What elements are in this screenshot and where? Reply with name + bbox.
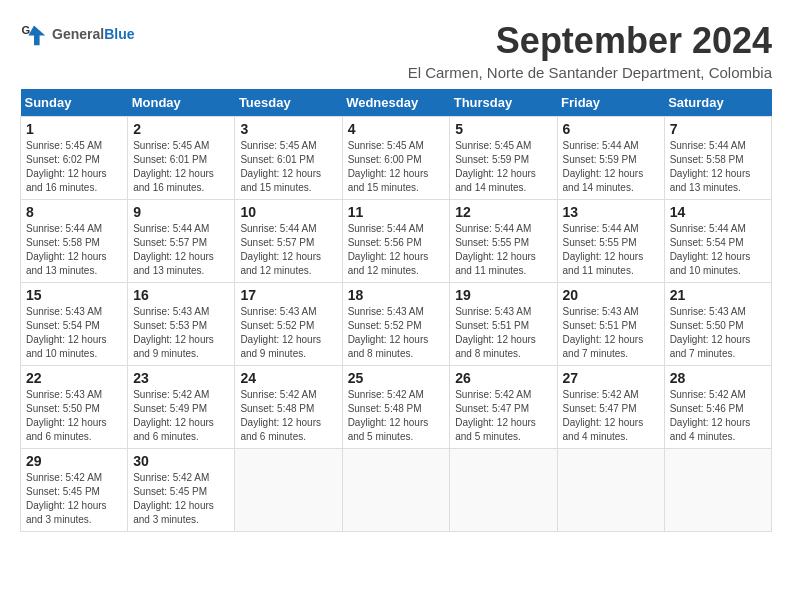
day-info: Sunrise: 5:42 AM Sunset: 5:45 PM Dayligh… [26, 471, 122, 527]
day-number: 18 [348, 287, 445, 303]
day-info: Sunrise: 5:44 AM Sunset: 5:57 PM Dayligh… [133, 222, 229, 278]
day-info: Sunrise: 5:43 AM Sunset: 5:54 PM Dayligh… [26, 305, 122, 361]
calendar-day-cell: 18 Sunrise: 5:43 AM Sunset: 5:52 PM Dayl… [342, 283, 450, 366]
day-info: Sunrise: 5:44 AM Sunset: 5:55 PM Dayligh… [455, 222, 551, 278]
day-info: Sunrise: 5:42 AM Sunset: 5:48 PM Dayligh… [240, 388, 336, 444]
weekday-header-row: Sunday Monday Tuesday Wednesday Thursday… [21, 89, 772, 117]
calendar-day-cell: 16 Sunrise: 5:43 AM Sunset: 5:53 PM Dayl… [128, 283, 235, 366]
day-info: Sunrise: 5:42 AM Sunset: 5:47 PM Dayligh… [455, 388, 551, 444]
day-info: Sunrise: 5:44 AM Sunset: 5:56 PM Dayligh… [348, 222, 445, 278]
calendar-day-cell: 23 Sunrise: 5:42 AM Sunset: 5:49 PM Dayl… [128, 366, 235, 449]
calendar-day-cell: 15 Sunrise: 5:43 AM Sunset: 5:54 PM Dayl… [21, 283, 128, 366]
calendar-week-row: 15 Sunrise: 5:43 AM Sunset: 5:54 PM Dayl… [21, 283, 772, 366]
calendar-week-row: 8 Sunrise: 5:44 AM Sunset: 5:58 PM Dayli… [21, 200, 772, 283]
day-number: 9 [133, 204, 229, 220]
calendar-day-cell: 29 Sunrise: 5:42 AM Sunset: 5:45 PM Dayl… [21, 449, 128, 532]
calendar-day-cell: 25 Sunrise: 5:42 AM Sunset: 5:48 PM Dayl… [342, 366, 450, 449]
day-number: 3 [240, 121, 336, 137]
day-number: 24 [240, 370, 336, 386]
day-number: 17 [240, 287, 336, 303]
calendar-day-cell: 19 Sunrise: 5:43 AM Sunset: 5:51 PM Dayl… [450, 283, 557, 366]
calendar-day-cell: 14 Sunrise: 5:44 AM Sunset: 5:54 PM Dayl… [664, 200, 771, 283]
month-year-title: September 2024 [134, 20, 772, 62]
day-number: 5 [455, 121, 551, 137]
calendar-day-cell [557, 449, 664, 532]
day-info: Sunrise: 5:43 AM Sunset: 5:50 PM Dayligh… [26, 388, 122, 444]
day-number: 10 [240, 204, 336, 220]
day-number: 15 [26, 287, 122, 303]
header-tuesday: Tuesday [235, 89, 342, 117]
logo: G GeneralBlue [20, 20, 134, 48]
calendar-day-cell: 1 Sunrise: 5:45 AM Sunset: 6:02 PM Dayli… [21, 117, 128, 200]
day-info: Sunrise: 5:42 AM Sunset: 5:47 PM Dayligh… [563, 388, 659, 444]
header-saturday: Saturday [664, 89, 771, 117]
day-number: 1 [26, 121, 122, 137]
title-block: September 2024 El Carmen, Norte de Santa… [134, 20, 772, 81]
calendar-day-cell: 4 Sunrise: 5:45 AM Sunset: 6:00 PM Dayli… [342, 117, 450, 200]
day-number: 21 [670, 287, 766, 303]
calendar-day-cell [664, 449, 771, 532]
calendar-day-cell: 9 Sunrise: 5:44 AM Sunset: 5:57 PM Dayli… [128, 200, 235, 283]
day-info: Sunrise: 5:44 AM Sunset: 5:55 PM Dayligh… [563, 222, 659, 278]
day-info: Sunrise: 5:42 AM Sunset: 5:49 PM Dayligh… [133, 388, 229, 444]
day-info: Sunrise: 5:44 AM Sunset: 5:58 PM Dayligh… [670, 139, 766, 195]
day-info: Sunrise: 5:45 AM Sunset: 5:59 PM Dayligh… [455, 139, 551, 195]
header-sunday: Sunday [21, 89, 128, 117]
day-info: Sunrise: 5:42 AM Sunset: 5:45 PM Dayligh… [133, 471, 229, 527]
calendar-day-cell: 27 Sunrise: 5:42 AM Sunset: 5:47 PM Dayl… [557, 366, 664, 449]
header-wednesday: Wednesday [342, 89, 450, 117]
calendar-week-row: 1 Sunrise: 5:45 AM Sunset: 6:02 PM Dayli… [21, 117, 772, 200]
calendar-day-cell: 12 Sunrise: 5:44 AM Sunset: 5:55 PM Dayl… [450, 200, 557, 283]
calendar-table: Sunday Monday Tuesday Wednesday Thursday… [20, 89, 772, 532]
day-number: 20 [563, 287, 659, 303]
logo-text: GeneralBlue [52, 26, 134, 42]
calendar-day-cell: 22 Sunrise: 5:43 AM Sunset: 5:50 PM Dayl… [21, 366, 128, 449]
calendar-day-cell: 8 Sunrise: 5:44 AM Sunset: 5:58 PM Dayli… [21, 200, 128, 283]
header-monday: Monday [128, 89, 235, 117]
day-number: 11 [348, 204, 445, 220]
calendar-day-cell: 30 Sunrise: 5:42 AM Sunset: 5:45 PM Dayl… [128, 449, 235, 532]
day-info: Sunrise: 5:44 AM Sunset: 5:59 PM Dayligh… [563, 139, 659, 195]
day-number: 13 [563, 204, 659, 220]
day-number: 12 [455, 204, 551, 220]
calendar-day-cell [450, 449, 557, 532]
calendar-day-cell: 21 Sunrise: 5:43 AM Sunset: 5:50 PM Dayl… [664, 283, 771, 366]
calendar-week-row: 29 Sunrise: 5:42 AM Sunset: 5:45 PM Dayl… [21, 449, 772, 532]
calendar-day-cell: 24 Sunrise: 5:42 AM Sunset: 5:48 PM Dayl… [235, 366, 342, 449]
day-info: Sunrise: 5:43 AM Sunset: 5:51 PM Dayligh… [455, 305, 551, 361]
calendar-week-row: 22 Sunrise: 5:43 AM Sunset: 5:50 PM Dayl… [21, 366, 772, 449]
day-info: Sunrise: 5:43 AM Sunset: 5:51 PM Dayligh… [563, 305, 659, 361]
header-friday: Friday [557, 89, 664, 117]
day-number: 4 [348, 121, 445, 137]
day-info: Sunrise: 5:45 AM Sunset: 6:01 PM Dayligh… [240, 139, 336, 195]
calendar-day-cell: 11 Sunrise: 5:44 AM Sunset: 5:56 PM Dayl… [342, 200, 450, 283]
day-number: 28 [670, 370, 766, 386]
day-number: 6 [563, 121, 659, 137]
day-number: 16 [133, 287, 229, 303]
calendar-day-cell: 5 Sunrise: 5:45 AM Sunset: 5:59 PM Dayli… [450, 117, 557, 200]
day-number: 25 [348, 370, 445, 386]
calendar-day-cell: 17 Sunrise: 5:43 AM Sunset: 5:52 PM Dayl… [235, 283, 342, 366]
calendar-day-cell: 2 Sunrise: 5:45 AM Sunset: 6:01 PM Dayli… [128, 117, 235, 200]
calendar-day-cell: 28 Sunrise: 5:42 AM Sunset: 5:46 PM Dayl… [664, 366, 771, 449]
day-info: Sunrise: 5:45 AM Sunset: 6:02 PM Dayligh… [26, 139, 122, 195]
day-number: 26 [455, 370, 551, 386]
svg-marker-1 [28, 26, 45, 46]
page-header: G GeneralBlue September 2024 El Carmen, … [20, 20, 772, 81]
day-info: Sunrise: 5:44 AM Sunset: 5:54 PM Dayligh… [670, 222, 766, 278]
day-info: Sunrise: 5:43 AM Sunset: 5:52 PM Dayligh… [348, 305, 445, 361]
day-number: 14 [670, 204, 766, 220]
day-number: 8 [26, 204, 122, 220]
day-number: 7 [670, 121, 766, 137]
day-number: 29 [26, 453, 122, 469]
day-number: 22 [26, 370, 122, 386]
calendar-day-cell: 6 Sunrise: 5:44 AM Sunset: 5:59 PM Dayli… [557, 117, 664, 200]
day-number: 19 [455, 287, 551, 303]
day-number: 23 [133, 370, 229, 386]
calendar-day-cell: 13 Sunrise: 5:44 AM Sunset: 5:55 PM Dayl… [557, 200, 664, 283]
day-info: Sunrise: 5:42 AM Sunset: 5:48 PM Dayligh… [348, 388, 445, 444]
day-info: Sunrise: 5:43 AM Sunset: 5:52 PM Dayligh… [240, 305, 336, 361]
calendar-day-cell: 20 Sunrise: 5:43 AM Sunset: 5:51 PM Dayl… [557, 283, 664, 366]
calendar-day-cell [235, 449, 342, 532]
logo-icon: G [20, 20, 48, 48]
